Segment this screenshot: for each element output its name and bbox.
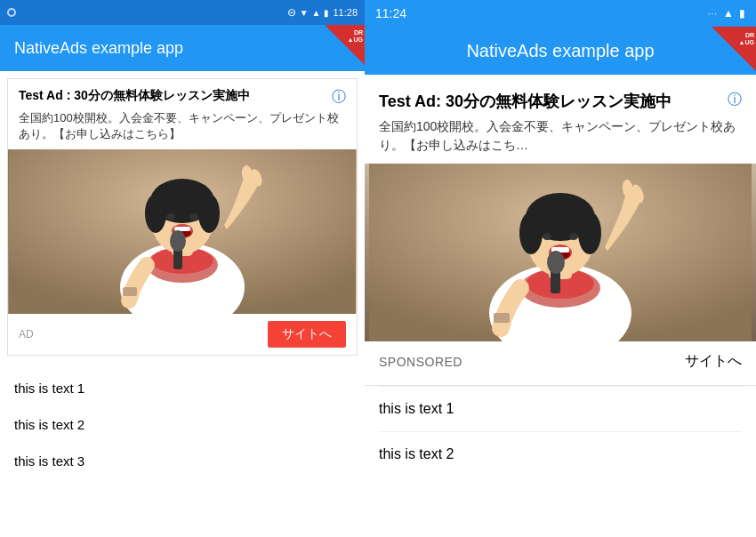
left-ad-label: AD	[19, 328, 34, 341]
svg-point-31	[569, 233, 578, 240]
svg-point-18	[170, 230, 186, 252]
right-ad-image-svg	[365, 164, 756, 341]
right-ad-title: Test Ad: 30分の無料体験レッスン実施中	[379, 91, 720, 112]
svg-point-10	[166, 213, 175, 220]
right-wifi-icon: ▲	[723, 7, 734, 20]
svg-point-9	[198, 194, 220, 233]
right-ad-header: Test Ad: 30分の無料体験レッスン実施中 ⓘ	[365, 78, 756, 117]
svg-rect-19	[123, 287, 137, 296]
signal-icon: ▲	[312, 8, 321, 18]
left-ad-image-svg	[8, 149, 357, 314]
right-app-title: NativeAds example app	[466, 41, 654, 61]
dug-badge-left-text: DR▲UG	[348, 29, 363, 43]
dug-badge-right-text: DR▲UG	[739, 32, 754, 47]
left-site-button[interactable]: サイトへ	[268, 321, 346, 348]
left-panel: ⊖ ▼ ▲ ▮ 11:28 NativeAds example app DR▲U…	[0, 0, 365, 537]
left-app-title: NativeAds example app	[14, 39, 183, 58]
wifi-icon: ▼	[300, 8, 309, 18]
right-sponsored-label: SPONSORED	[379, 355, 462, 369]
svg-point-38	[547, 251, 565, 274]
status-circle-icon	[7, 8, 16, 17]
minus-icon: ⊖	[287, 6, 296, 19]
list-item: this is text 1	[379, 386, 742, 431]
right-app-bar: NativeAds example app DR▲UG	[365, 27, 756, 75]
right-site-button[interactable]: サイトへ	[685, 352, 742, 371]
list-item: this is text 1	[7, 370, 358, 406]
dots-icon: ···	[708, 9, 718, 19]
info-icon-left[interactable]: ⓘ	[332, 88, 346, 107]
right-panel: 11:24 ··· ▲ ▮ NativeAds example app DR▲U…	[365, 0, 756, 537]
svg-point-29	[578, 212, 601, 254]
left-ad-header: Test Ad : 30分の無料体験レッスン実施中 ⓘ	[8, 79, 357, 110]
left-ad-card[interactable]: Test Ad : 30分の無料体験レッスン実施中 ⓘ 全国約100校開校。入会…	[7, 78, 358, 356]
left-text-list: this is text 1 this is text 2 this is te…	[0, 363, 365, 486]
right-ad-description: 全国約100校開校。入会金不要、キャンペーン、プレゼント校あり。【お申し込みはこ…	[365, 117, 756, 164]
right-text-list: this is text 1 this is text 2	[365, 386, 756, 477]
svg-point-28	[519, 212, 543, 254]
svg-point-11	[189, 213, 198, 220]
dug-badge-left: DR▲UG	[325, 25, 365, 65]
left-content: Test Ad : 30分の無料体験レッスン実施中 ⓘ 全国約100校開校。入会…	[0, 71, 365, 537]
right-content: Test Ad: 30分の無料体験レッスン実施中 ⓘ 全国約100校開校。入会金…	[365, 75, 756, 537]
battery-icon: ▮	[324, 8, 329, 18]
list-item: this is text 2	[7, 406, 358, 443]
list-item: this is text 2	[379, 431, 742, 477]
left-status-right: ⊖ ▼ ▲ ▮ 11:28	[287, 6, 358, 19]
left-ad-image	[8, 149, 357, 314]
right-battery-icon: ▮	[739, 7, 745, 20]
list-item: this is text 3	[7, 443, 358, 479]
left-ad-footer: AD サイトへ	[8, 314, 357, 355]
right-ad-card[interactable]: Test Ad: 30分の無料体験レッスン実施中 ⓘ 全国約100校開校。入会金…	[365, 75, 756, 385]
left-ad-title: Test Ad : 30分の無料体験レッスン実施中	[19, 88, 325, 104]
left-status-bar: ⊖ ▼ ▲ ▮ 11:28	[0, 0, 365, 25]
left-app-bar: NativeAds example app DR▲UG	[0, 25, 365, 71]
info-icon-right[interactable]: ⓘ	[728, 91, 742, 109]
right-status-time: 11:24	[375, 6, 406, 20]
left-status-left	[7, 8, 16, 17]
right-status-icons: ··· ▲ ▮	[708, 7, 745, 20]
svg-point-8	[145, 194, 166, 233]
right-ad-footer: SPONSORED サイトへ	[365, 341, 756, 381]
dug-badge-right: DR▲UG	[712, 27, 756, 71]
svg-rect-39	[494, 313, 510, 323]
svg-point-30	[543, 233, 551, 240]
right-status-bar: 11:24 ··· ▲ ▮	[365, 0, 756, 27]
left-status-time: 11:28	[333, 7, 358, 18]
left-ad-description: 全国約100校開校。入会金不要、キャンペーン、プレゼント校あり。【お申し込みはこ…	[8, 110, 357, 149]
right-ad-image	[365, 164, 756, 341]
